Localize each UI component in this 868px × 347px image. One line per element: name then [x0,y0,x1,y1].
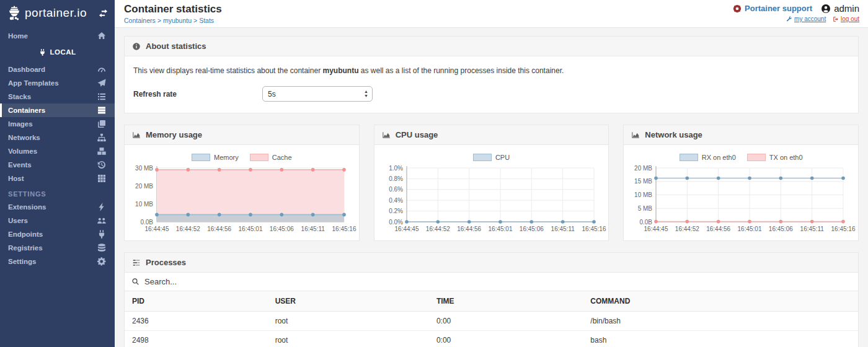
sidebar-item-label: Registries [8,244,97,252]
sidebar-item-volumes[interactable]: Volumes [0,144,115,158]
sidebar-item-home[interactable]: Home [0,28,115,44]
endpoint-selector[interactable]: LOCAL [0,45,115,59]
sidebar-item-label: Endpoints [8,231,97,238]
sidebar-item-extensions[interactable]: Extensions [0,200,115,214]
plug-icon [97,229,107,239]
tasks-icon [132,258,141,267]
sidebar-item-dashboard[interactable]: Dashboard [0,63,115,76]
processes-title: Processes [146,258,186,267]
breadcrumb-item[interactable]: Containers [124,17,156,24]
database-icon [97,243,107,253]
table-cell: root [268,312,429,331]
processes-panel: Processes PIDUSERTIMECOMMAND 2436root0:0… [124,252,859,347]
svg-text:16:44:52: 16:44:52 [675,226,699,232]
column-header-time[interactable]: TIME [429,291,583,312]
top-bar: Container statistics Containers>myubuntu… [115,0,868,28]
chart-area-icon [132,131,141,139]
column-header-user[interactable]: USER [268,291,429,312]
sidebar-item-containers[interactable]: Containers [0,103,115,117]
container-name: myubuntu [322,66,358,75]
svg-text:16:45:01: 16:45:01 [239,226,263,232]
portainer-support-link[interactable]: Portainer support [733,4,812,13]
search-input[interactable] [144,277,851,286]
legend-swatch [680,154,698,161]
chart-area-icon [382,131,391,139]
sidebar-item-label: Events [8,161,97,169]
refresh-rate-select[interactable]: 5s [262,86,373,102]
sidebar-item-label: Networks [8,134,97,141]
svg-text:0.4%: 0.4% [389,197,403,204]
rocket-icon [97,78,107,88]
home-icon [97,31,107,41]
svg-text:16:44:45: 16:44:45 [145,226,169,232]
svg-text:16:45:06: 16:45:06 [769,226,793,232]
chart-legend: MemoryCache [130,154,354,161]
sidebar-item-label: Dashboard [8,66,97,73]
svg-text:1.0%: 1.0% [389,165,403,172]
cpu-usage-widget: CPU usage CPU 0.0%0.2%0.4%0.6%0.8%1.0%16… [374,125,609,241]
svg-text:0.0B: 0.0B [140,219,153,226]
sidebar-item-settings[interactable]: Settings [0,255,115,268]
network-usage-chart: 0.0B5 MB10 MB15 MB20 MB16:44:4516:44:521… [629,165,852,234]
user-name: admin [834,3,859,14]
legend-swatch [192,154,210,161]
sidebar-item-host[interactable]: Host [0,172,115,185]
network-usage-widget: Network usage RX on eth0TX on eth0 0.0B5… [623,125,859,241]
info-circle-icon [132,42,141,51]
history-icon [97,160,107,170]
breadcrumb-item[interactable]: Stats [199,17,214,24]
legend-item: CPU [473,154,510,161]
table-row: 2498root0:00bash [125,331,858,347]
table-cell: 0:00 [429,331,583,347]
sidebar-item-registries[interactable]: Registries [0,241,115,255]
tachometer-icon [97,64,107,74]
breadcrumb-item[interactable]: myubuntu [163,17,192,24]
log-out-label: log out [841,15,859,22]
legend-item: Cache [250,154,292,161]
my-account-link[interactable]: my account [786,15,826,22]
sidebar-item-label: Containers [8,107,97,114]
volumes-icon [97,146,107,156]
sign-out-icon [833,16,839,22]
sidebar-item-label: Stacks [8,93,97,100]
table-row: 2436root0:00/bin/bash [125,312,858,331]
svg-text:16:44:45: 16:44:45 [394,226,418,232]
svg-text:0.8%: 0.8% [389,175,403,182]
svg-text:16:45:16: 16:45:16 [831,226,856,232]
processes-table: PIDUSERTIMECOMMAND 2436root0:00/bin/bash… [125,291,858,347]
sidebar-item-networks[interactable]: Networks [0,131,115,144]
gears-icon [97,257,107,266]
table-header-row: PIDUSERTIMECOMMAND [125,291,858,312]
log-out-link[interactable]: log out [833,15,859,22]
sidebar-toggle-icon[interactable] [98,8,108,19]
column-header-command[interactable]: COMMAND [583,291,858,312]
chart-area-icon [631,131,640,139]
logo-row: portainer.io [0,0,115,26]
table-cell: bash [583,331,858,347]
plug-icon [38,48,46,56]
sidebar-item-stacks[interactable]: Stacks [0,90,115,103]
widget-title: CPU usage [396,130,438,139]
sidebar-item-users[interactable]: Users [0,214,115,227]
about-statistics-header: About statistics [125,37,858,56]
svg-text:16:44:56: 16:44:56 [207,226,231,232]
grid-icon [97,174,107,183]
table-cell: /bin/bash [583,312,858,331]
about-description: This view displays real-time statistics … [133,66,849,75]
svg-text:10 MB: 10 MB [135,201,153,208]
content: About statistics This view displays real… [115,28,868,347]
svg-text:0.6%: 0.6% [389,186,403,193]
svg-text:20 MB: 20 MB [634,165,652,172]
sidebar-item-app-templates[interactable]: App Templates [0,76,115,90]
memory-usage-header: Memory usage [125,125,359,145]
sidebar-item-events[interactable]: Events [0,158,115,172]
legend-item: TX on eth0 [747,154,803,161]
sidebar-item-images[interactable]: Images [0,117,115,131]
svg-text:16:45:11: 16:45:11 [551,226,575,232]
column-header-pid[interactable]: PID [125,291,268,312]
user-menu[interactable]: admin [821,3,859,14]
svg-text:16:44:56: 16:44:56 [457,226,481,232]
sidebar-item-label: Users [8,217,97,224]
sidebar-item-endpoints[interactable]: Endpoints [0,227,115,241]
widget-title: Network usage [645,130,702,139]
